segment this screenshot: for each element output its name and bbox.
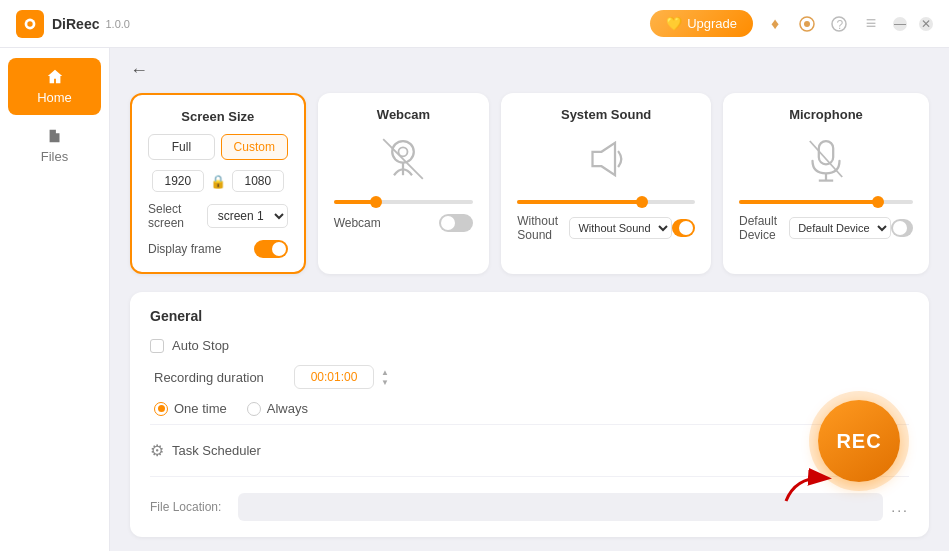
cards-row: Screen Size Full Custom 🔒 Select screen … [130,93,929,274]
task-scheduler-label: Task Scheduler [172,443,261,458]
duration-label: Recording duration [154,370,284,385]
menu-icon[interactable]: ≡ [861,14,881,34]
duration-input-wrap: ▲ ▼ [294,365,392,389]
sidebar-item-home-label: Home [37,90,72,105]
content-area: ← Screen Size Full Custom 🔒 Select scree… [110,48,949,551]
rec-container: REC [809,391,909,491]
custom-button[interactable]: Custom [221,134,288,160]
radio-one-time[interactable]: One time [154,401,227,416]
display-frame-row: Display frame [148,240,288,258]
main-layout: Home Files ← Screen Size Full Custom [0,48,949,551]
sidebar-item-files[interactable]: Files [8,117,101,174]
upgrade-button[interactable]: 💛 Upgrade [650,10,753,37]
svg-text:?: ? [837,17,844,31]
general-title: General [150,308,909,324]
screen-select[interactable]: screen 1 [207,204,288,228]
always-radio[interactable] [247,402,261,416]
close-button[interactable]: ✕ [919,17,933,31]
duration-up[interactable]: ▲ [378,368,392,376]
webcam-card: Webcam [318,93,490,274]
autostop-row: Auto Stop [150,338,909,353]
system-sound-slider[interactable] [517,200,695,204]
microphone-slider[interactable] [739,200,913,204]
system-sound-bottom-row: Without Sound Without Sound [517,214,695,242]
microphone-icon [799,132,853,186]
screen-select-row: Select screen screen 1 [148,202,288,230]
full-button[interactable]: Full [148,134,215,160]
microphone-toggle[interactable] [891,219,913,237]
microphone-bottom-row: Default Device Default Device [739,214,913,242]
without-sound-label: Without Sound [517,214,569,242]
one-time-radio[interactable] [154,402,168,416]
size-btn-group: Full Custom [148,134,288,160]
webcam-title: Webcam [334,107,474,122]
radio-always[interactable]: Always [247,401,308,416]
autostop-label: Auto Stop [172,338,229,353]
webcam-icon-wrap [334,132,474,186]
system-sound-title: System Sound [517,107,695,122]
coin-icon[interactable]: ♦ [765,14,785,34]
system-sound-icon-wrap [517,132,695,186]
svg-point-1 [27,21,32,26]
autostop-checkbox[interactable] [150,339,164,353]
display-frame-label: Display frame [148,242,221,256]
task-scheduler-row[interactable]: ⚙ Task Scheduler [150,433,909,468]
svg-rect-7 [51,139,56,140]
file-location-label: File Location: [150,500,230,514]
titlebar: DiReec 1.0.0 💛 Upgrade ♦ ? ≡ — ✕ [0,0,949,48]
app-version: 1.0.0 [105,18,129,30]
rec-arrow [781,466,841,509]
always-label: Always [267,401,308,416]
one-time-label: One time [174,401,227,416]
microphone-select[interactable]: Default Device [789,217,891,239]
app-name: DiReec [52,16,99,32]
height-input[interactable] [232,170,284,192]
titlebar-actions: 💛 Upgrade ♦ ? ≡ — ✕ [650,10,933,37]
sidebar-item-home[interactable]: Home [8,58,101,115]
display-frame-toggle[interactable] [254,240,288,258]
microphone-device-label: Default Device [739,214,789,242]
screen-size-title: Screen Size [148,109,288,124]
task-scheduler-icon: ⚙ [150,441,164,460]
lock-icon: 🔒 [210,174,226,189]
system-sound-select[interactable]: Without Sound [569,217,672,239]
help-icon[interactable]: ? [829,14,849,34]
screen-size-card: Screen Size Full Custom 🔒 Select screen … [130,93,306,274]
duration-input[interactable] [294,365,374,389]
duration-down[interactable]: ▼ [378,378,392,386]
duration-row: Recording duration ▲ ▼ [150,365,909,389]
duration-arrows: ▲ ▼ [378,368,392,386]
sidebar: Home Files [0,48,110,551]
webcam-bottom-row: Webcam [334,214,474,232]
select-screen-label: Select screen [148,202,199,230]
heart-icon: 💛 [666,16,682,31]
minimize-button[interactable]: — [893,17,907,31]
repeat-row: One time Always [150,401,909,416]
system-sound-card: System Sound Without Sound [501,93,711,274]
svg-line-14 [810,141,842,177]
webcam-toggle[interactable] [439,214,473,232]
divider [150,424,909,425]
webcam-label: Webcam [334,216,381,230]
webcam-slider[interactable] [334,200,474,204]
width-input[interactable] [152,170,204,192]
system-sound-icon [579,132,633,186]
microphone-card: Microphone [723,93,929,274]
record-icon [797,14,817,34]
app-logo [16,10,44,38]
webcam-icon [376,132,430,186]
svg-rect-6 [51,136,58,137]
microphone-icon-wrap [739,132,913,186]
microphone-title: Microphone [739,107,913,122]
svg-point-3 [804,21,810,27]
sidebar-item-files-label: Files [41,149,68,164]
file-more-button[interactable]: ... [891,499,909,515]
size-inputs: 🔒 [148,170,288,192]
back-button[interactable]: ← [130,60,148,81]
system-sound-toggle[interactable] [672,219,695,237]
